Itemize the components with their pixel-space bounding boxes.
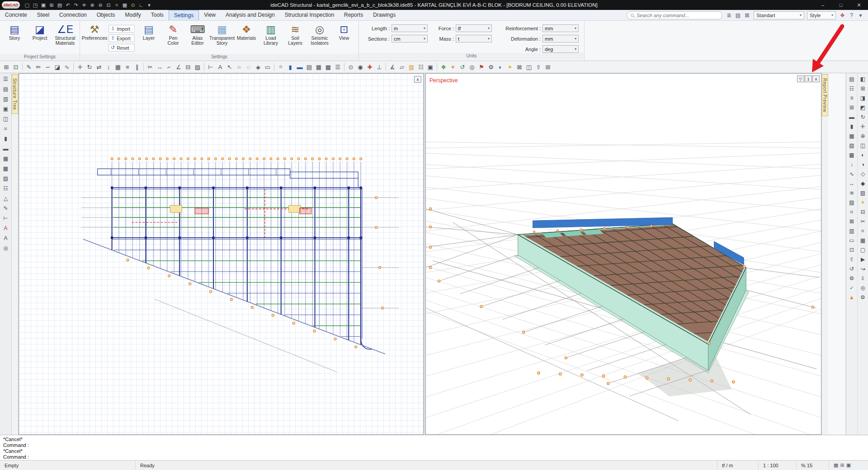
render-icon[interactable]: ◐ [496, 62, 505, 72]
structural-materials-button[interactable]: ∠EStructural Materials [53, 22, 77, 54]
status-grid-icon[interactable]: ▦ [834, 462, 838, 468]
print-report-icon[interactable]: ⊡ [847, 245, 856, 254]
light-icon[interactable]: ✦ [859, 198, 868, 207]
deformation-unit-select[interactable]: mm ▾ [542, 35, 579, 42]
chamfer-icon[interactable]: ∠ [174, 62, 183, 72]
new-file-icon[interactable]: ▢ [24, 1, 31, 9]
wall-icon[interactable]: ▤ [305, 62, 314, 72]
plan-viewport[interactable]: ∧ [19, 73, 424, 435]
foundation-tool-icon[interactable]: ▨ [1, 174, 10, 183]
text-tool-icon[interactable]: A [1, 234, 10, 242]
window-list-icon[interactable]: ≣ [725, 12, 733, 19]
flag-icon[interactable]: ⚑ [477, 62, 486, 72]
camera-icon[interactable]: ◫ [524, 62, 533, 72]
orbit-icon[interactable]: ↻ [859, 113, 868, 121]
section-3d-icon[interactable]: ⊟ [859, 207, 868, 216]
blocks-icon[interactable]: ▣ [1, 104, 10, 113]
command-window[interactable]: *Cancel* Command : *Cancel* Command : [0, 435, 868, 460]
stereo-icon[interactable]: ◎ [859, 283, 868, 292]
grid-toggle-icon[interactable]: ▦ [121, 1, 128, 9]
maximize-button[interactable]: □ [832, 0, 850, 10]
xref-icon[interactable]: ◫ [1, 114, 10, 123]
osnap-toggle-icon[interactable]: ⊙ [129, 1, 137, 9]
ellipse-icon[interactable]: ◌ [244, 62, 253, 72]
tab-steel[interactable]: Steel [32, 10, 54, 20]
zoom-out-icon[interactable]: ⊖ [97, 1, 104, 9]
foundation-report-icon[interactable]: ▩ [847, 150, 856, 159]
layers-panel-icon[interactable]: ▥ [1, 94, 10, 103]
axes-icon[interactable]: ⌗ [859, 226, 868, 235]
stairs-tool-icon[interactable]: ☷ [1, 184, 10, 193]
background-icon[interactable]: ▢ [859, 245, 868, 254]
load-report-icon[interactable]: ↓ [847, 160, 856, 169]
viewport-maximize-button[interactable]: ∧ [414, 76, 421, 83]
save-icon[interactable]: ▣ [40, 1, 47, 9]
info-icon[interactable]: ◎ [467, 62, 476, 72]
section-icon[interactable]: ⊠ [515, 62, 524, 72]
steel-report-icon[interactable]: ⌗ [847, 207, 856, 216]
find-icon[interactable]: ◎ [1, 244, 10, 252]
zoom-extents-icon[interactable]: ⊡ [11, 62, 20, 72]
zoom-3d-icon[interactable]: ⊕ [859, 132, 868, 140]
foundation-icon[interactable]: ▩ [324, 62, 333, 72]
view-3d-icon[interactable]: ◧ [859, 75, 868, 83]
search-input[interactable] [637, 13, 718, 18]
standart-select[interactable]: Standart ▾ [754, 11, 804, 19]
walkthrough-icon[interactable]: ↝ [859, 264, 868, 273]
pan-3d-icon[interactable]: ✛ [859, 122, 868, 131]
preferences-button[interactable]: ⚒Preferences [82, 22, 107, 54]
stairs-icon[interactable]: ☰ [333, 62, 342, 72]
structure-tree-tab[interactable]: Structure Tree [12, 74, 18, 114]
snap-toggle-icon[interactable]: ⌗ [113, 1, 120, 9]
report-template-icon[interactable]: ▤ [847, 75, 856, 83]
circle-icon[interactable]: ○ [235, 62, 244, 72]
style-palette-icon[interactable]: ❖ [839, 12, 846, 19]
save-all-icon[interactable]: ⊞ [48, 1, 55, 9]
report-preview-tab[interactable]: Report Preview [822, 74, 828, 116]
drawing-list-icon[interactable]: ▥ [847, 226, 856, 235]
command-search[interactable] [627, 11, 722, 19]
style-select[interactable]: Style ▾ [807, 11, 836, 19]
mass-unit-select[interactable]: t ▾ [456, 35, 492, 42]
polyline-icon[interactable]: ∿ [62, 62, 71, 72]
status-zoom[interactable]: % 15 [797, 461, 829, 470]
settings-icon[interactable]: ⚙ [486, 62, 495, 72]
library-icon[interactable]: ▣ [426, 62, 435, 72]
texture-icon[interactable]: ▨ [859, 188, 868, 197]
eraser-icon[interactable]: ◪ [53, 62, 62, 72]
seismic-isolators-button[interactable]: ◎Seismic Isolators [307, 22, 332, 54]
angle-unit-select[interactable]: deg ▾ [542, 45, 579, 53]
view-button[interactable]: ⊡View [332, 22, 356, 54]
settings-3d-icon[interactable]: ⚙ [859, 293, 868, 301]
report-table-icon[interactable]: ☷ [847, 84, 856, 93]
zoom-window-icon[interactable]: ⊞ [2, 62, 11, 72]
length-unit-select[interactable]: m ▾ [392, 24, 428, 32]
soil-report-icon[interactable]: ▨ [847, 198, 856, 207]
customize-icon[interactable]: ▾ [146, 1, 153, 9]
sections-unit-select[interactable]: cm ▾ [392, 35, 428, 42]
zoom-extents-icon[interactable]: ⊡ [105, 1, 112, 9]
tab-structural-inspection[interactable]: Structural Inspection [280, 10, 339, 20]
story-button[interactable]: ▤Story [2, 22, 27, 54]
animation-icon[interactable]: ▶ [859, 255, 868, 263]
tab-connection[interactable]: Connection [54, 10, 92, 20]
trim-icon[interactable]: ✂ [146, 62, 155, 72]
beam-icon[interactable]: ▬ [295, 62, 304, 72]
tab-tools[interactable]: Tools [146, 10, 169, 20]
materials-button[interactable]: ❖Materials [234, 22, 259, 54]
undo-icon[interactable]: ↶ [64, 1, 71, 9]
export-button[interactable]: ⇧Export [108, 34, 135, 42]
freehand-icon[interactable]: ∽ [43, 62, 52, 72]
status-ortho-icon[interactable]: ▣ [846, 462, 851, 468]
close-button[interactable]: ✕ [850, 0, 868, 10]
break-icon[interactable]: ⊟ [184, 62, 193, 72]
minimize-button[interactable]: – [814, 0, 832, 10]
refresh-report-icon[interactable]: ↺ [847, 264, 856, 273]
sheet-icon[interactable]: ▭ [847, 236, 856, 244]
tab-view[interactable]: View [199, 10, 221, 20]
analysis-report-icon[interactable]: ∿ [847, 169, 856, 178]
hatch-icon[interactable]: ▨ [193, 62, 202, 72]
export-image-icon[interactable]: ⇩ [859, 274, 868, 282]
scale-icon[interactable]: ↕ [104, 62, 113, 72]
pan-icon[interactable]: ✛ [80, 1, 88, 9]
